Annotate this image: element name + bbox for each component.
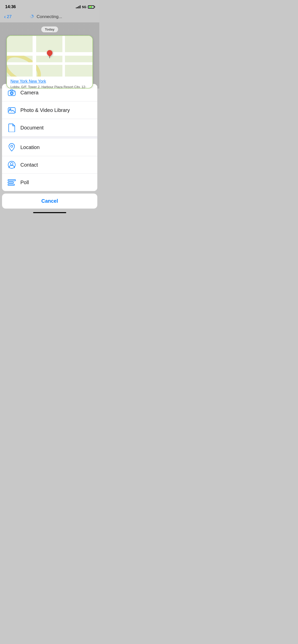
location-icon xyxy=(7,143,16,152)
svg-point-16 xyxy=(10,163,13,165)
map-location-name[interactable]: New York New York xyxy=(10,79,89,84)
location-action-item[interactable]: Location xyxy=(2,139,97,156)
svg-line-3 xyxy=(33,17,33,17)
map-street-horizontal-2 xyxy=(7,62,92,65)
map-pin-head xyxy=(46,49,53,57)
camera-label: Camera xyxy=(20,90,38,96)
svg-rect-17 xyxy=(8,180,16,181)
poll-action-item[interactable]: Poll xyxy=(2,174,97,191)
status-bar: 14:36 5G ⚡ xyxy=(0,0,99,11)
network-type: 5G xyxy=(82,5,86,9)
document-icon xyxy=(7,123,16,132)
battery-icon: ⚡ xyxy=(88,5,94,9)
action-sheet: Camera Photo & Video Library Document xyxy=(2,84,97,191)
photo-video-action-item[interactable]: Photo & Video Library xyxy=(2,101,97,119)
document-label: Document xyxy=(20,125,44,131)
nav-title: Connecting... xyxy=(37,14,62,19)
svg-point-14 xyxy=(11,145,13,147)
bottom-sheet-wrapper: Camera Photo & Video Library Document xyxy=(0,84,99,215)
map-pin xyxy=(47,50,52,58)
status-right-icons: 5G ⚡ xyxy=(76,5,94,9)
nav-back-number: 27 xyxy=(7,14,12,19)
svg-point-10 xyxy=(11,92,13,94)
contact-action-item[interactable]: Contact xyxy=(2,156,97,174)
document-action-item[interactable]: Document xyxy=(2,119,97,137)
status-time: 14:36 xyxy=(5,4,16,9)
today-badge: Today xyxy=(41,26,58,32)
nav-title-area: Connecting... xyxy=(30,14,62,19)
camera-icon xyxy=(7,88,16,97)
map-address: Lobby, G/F, Tower 2, Harbour Plaza Resor… xyxy=(10,85,89,89)
map-street-vertical-2 xyxy=(62,36,65,77)
signal-bars-icon xyxy=(76,5,80,8)
nav-bar: ‹ 27 Connecting... xyxy=(0,11,99,22)
chevron-left-icon: ‹ xyxy=(4,14,6,20)
cancel-button[interactable]: Cancel xyxy=(2,194,97,209)
poll-label: Poll xyxy=(20,180,29,185)
poll-icon xyxy=(7,178,16,187)
chat-background: Today New York New York Lobby, G/F, Towe… xyxy=(0,22,99,89)
svg-line-7 xyxy=(30,16,31,16)
location-label: Location xyxy=(20,144,40,150)
map-info: New York New York Lobby, G/F, Tower 2, H… xyxy=(7,77,92,89)
loading-spinner-icon xyxy=(30,14,35,19)
contact-label: Contact xyxy=(20,162,38,168)
svg-rect-18 xyxy=(8,182,13,183)
svg-line-1 xyxy=(33,15,33,16)
svg-line-5 xyxy=(31,17,31,18)
photo-icon xyxy=(7,106,16,115)
map-message-bubble[interactable]: New York New York Lobby, G/F, Tower 2, H… xyxy=(6,35,93,89)
map-image xyxy=(7,36,92,77)
nav-back-button[interactable]: ‹ 27 xyxy=(4,14,12,20)
home-indicator xyxy=(33,212,66,213)
section-divider xyxy=(2,137,97,139)
contact-icon xyxy=(7,160,16,169)
photo-video-label: Photo & Video Library xyxy=(20,107,70,113)
svg-rect-19 xyxy=(8,184,15,185)
map-street-vertical-1 xyxy=(33,36,36,77)
svg-point-11 xyxy=(14,92,15,92)
